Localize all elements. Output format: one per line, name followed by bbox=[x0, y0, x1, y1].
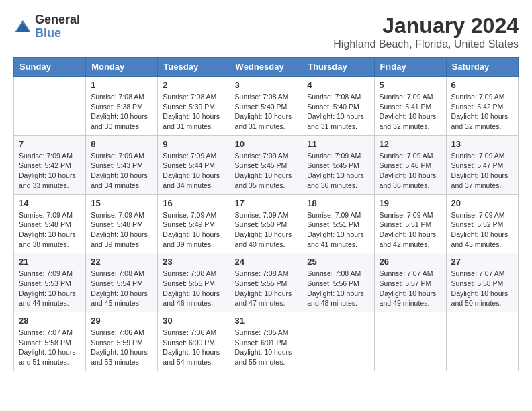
day-number: 10 bbox=[235, 139, 298, 149]
day-info: Sunrise: 7:08 AM Sunset: 5:40 PM Dayligh… bbox=[307, 92, 369, 132]
calendar-cell: 18Sunrise: 7:09 AM Sunset: 5:51 PM Dayli… bbox=[302, 194, 374, 253]
main-title: January 2024 bbox=[333, 13, 519, 38]
day-number: 22 bbox=[91, 257, 152, 267]
day-info: Sunrise: 7:09 AM Sunset: 5:47 PM Dayligh… bbox=[451, 151, 513, 191]
calendar-cell: 9Sunrise: 7:09 AM Sunset: 5:44 PM Daylig… bbox=[158, 135, 230, 194]
day-info: Sunrise: 7:05 AM Sunset: 6:01 PM Dayligh… bbox=[235, 328, 298, 367]
day-info: Sunrise: 7:09 AM Sunset: 5:42 PM Dayligh… bbox=[451, 92, 513, 132]
day-info: Sunrise: 7:08 AM Sunset: 5:55 PM Dayligh… bbox=[163, 269, 224, 308]
calendar-cell bbox=[374, 312, 446, 371]
calendar-cell: 28Sunrise: 7:07 AM Sunset: 5:58 PM Dayli… bbox=[14, 312, 86, 371]
calendar-cell: 14Sunrise: 7:09 AM Sunset: 5:48 PM Dayli… bbox=[14, 194, 86, 253]
day-info: Sunrise: 7:09 AM Sunset: 5:49 PM Dayligh… bbox=[163, 210, 224, 250]
calendar-cell: 30Sunrise: 7:06 AM Sunset: 6:00 PM Dayli… bbox=[158, 312, 230, 371]
calendar-cell: 31Sunrise: 7:05 AM Sunset: 6:01 PM Dayli… bbox=[230, 312, 302, 371]
day-info: Sunrise: 7:08 AM Sunset: 5:54 PM Dayligh… bbox=[91, 269, 152, 308]
day-number: 8 bbox=[91, 139, 152, 149]
day-number: 19 bbox=[380, 198, 441, 208]
day-number: 30 bbox=[163, 316, 224, 326]
week-row-4: 28Sunrise: 7:07 AM Sunset: 5:58 PM Dayli… bbox=[14, 312, 519, 371]
calendar-cell: 23Sunrise: 7:08 AM Sunset: 5:55 PM Dayli… bbox=[158, 253, 230, 312]
calendar-table: SundayMondayTuesdayWednesdayThursdayFrid… bbox=[13, 57, 519, 371]
day-number: 17 bbox=[235, 198, 298, 208]
calendar-cell: 29Sunrise: 7:06 AM Sunset: 5:59 PM Dayli… bbox=[86, 312, 158, 371]
week-row-0: 1Sunrise: 7:08 AM Sunset: 5:38 PM Daylig… bbox=[14, 77, 519, 136]
day-number: 20 bbox=[451, 198, 513, 208]
week-row-1: 7Sunrise: 7:09 AM Sunset: 5:42 PM Daylig… bbox=[14, 135, 519, 194]
calendar-cell: 22Sunrise: 7:08 AM Sunset: 5:54 PM Dayli… bbox=[86, 253, 158, 312]
day-number: 25 bbox=[307, 257, 369, 267]
calendar-cell: 17Sunrise: 7:09 AM Sunset: 5:50 PM Dayli… bbox=[230, 194, 302, 253]
day-number: 1 bbox=[91, 80, 152, 90]
calendar-cell: 3Sunrise: 7:08 AM Sunset: 5:40 PM Daylig… bbox=[230, 77, 302, 136]
day-number: 5 bbox=[380, 80, 441, 90]
calendar-cell: 5Sunrise: 7:09 AM Sunset: 5:41 PM Daylig… bbox=[374, 77, 446, 136]
day-info: Sunrise: 7:07 AM Sunset: 5:58 PM Dayligh… bbox=[19, 328, 81, 367]
logo-general: General bbox=[35, 13, 80, 27]
page-header: General Blue January 2024 Highland Beach… bbox=[13, 13, 519, 50]
day-number: 27 bbox=[451, 257, 513, 267]
day-info: Sunrise: 7:06 AM Sunset: 6:00 PM Dayligh… bbox=[163, 328, 224, 367]
day-number: 7 bbox=[19, 139, 81, 149]
title-area: January 2024 Highland Beach, Florida, Un… bbox=[333, 13, 519, 50]
logo-icon bbox=[13, 17, 32, 36]
day-info: Sunrise: 7:09 AM Sunset: 5:46 PM Dayligh… bbox=[380, 151, 441, 191]
calendar-cell: 4Sunrise: 7:08 AM Sunset: 5:40 PM Daylig… bbox=[302, 77, 374, 136]
day-info: Sunrise: 7:09 AM Sunset: 5:51 PM Dayligh… bbox=[307, 210, 369, 250]
day-number: 28 bbox=[19, 316, 81, 326]
calendar-cell: 7Sunrise: 7:09 AM Sunset: 5:42 PM Daylig… bbox=[14, 135, 86, 194]
day-number: 2 bbox=[163, 80, 224, 90]
logo-blue: Blue bbox=[35, 27, 80, 40]
day-info: Sunrise: 7:07 AM Sunset: 5:57 PM Dayligh… bbox=[380, 269, 441, 308]
day-info: Sunrise: 7:09 AM Sunset: 5:48 PM Dayligh… bbox=[19, 210, 81, 250]
header-monday: Monday bbox=[86, 58, 158, 77]
day-info: Sunrise: 7:08 AM Sunset: 5:39 PM Dayligh… bbox=[163, 92, 224, 132]
day-number: 3 bbox=[235, 80, 298, 90]
day-info: Sunrise: 7:09 AM Sunset: 5:51 PM Dayligh… bbox=[380, 210, 441, 250]
calendar-cell: 13Sunrise: 7:09 AM Sunset: 5:47 PM Dayli… bbox=[446, 135, 518, 194]
calendar-cell: 1Sunrise: 7:08 AM Sunset: 5:38 PM Daylig… bbox=[86, 77, 158, 136]
calendar-cell bbox=[14, 77, 86, 136]
day-number: 6 bbox=[451, 80, 513, 90]
week-row-3: 21Sunrise: 7:09 AM Sunset: 5:53 PM Dayli… bbox=[14, 253, 519, 312]
day-number: 26 bbox=[380, 257, 441, 267]
calendar-cell: 24Sunrise: 7:08 AM Sunset: 5:55 PM Dayli… bbox=[230, 253, 302, 312]
header-saturday: Saturday bbox=[446, 58, 518, 77]
day-info: Sunrise: 7:06 AM Sunset: 5:59 PM Dayligh… bbox=[91, 328, 152, 367]
day-info: Sunrise: 7:09 AM Sunset: 5:43 PM Dayligh… bbox=[91, 151, 152, 191]
logo: General Blue bbox=[13, 13, 80, 40]
calendar-cell: 21Sunrise: 7:09 AM Sunset: 5:53 PM Dayli… bbox=[14, 253, 86, 312]
calendar-cell: 27Sunrise: 7:07 AM Sunset: 5:58 PM Dayli… bbox=[446, 253, 518, 312]
header-thursday: Thursday bbox=[302, 58, 374, 77]
day-info: Sunrise: 7:09 AM Sunset: 5:45 PM Dayligh… bbox=[235, 151, 298, 191]
day-info: Sunrise: 7:09 AM Sunset: 5:41 PM Dayligh… bbox=[380, 92, 441, 132]
day-info: Sunrise: 7:08 AM Sunset: 5:40 PM Dayligh… bbox=[235, 92, 298, 132]
calendar-cell bbox=[446, 312, 518, 371]
subtitle: Highland Beach, Florida, United States bbox=[333, 38, 519, 50]
calendar-cell: 12Sunrise: 7:09 AM Sunset: 5:46 PM Dayli… bbox=[374, 135, 446, 194]
day-number: 23 bbox=[163, 257, 224, 267]
day-info: Sunrise: 7:09 AM Sunset: 5:48 PM Dayligh… bbox=[91, 210, 152, 250]
day-info: Sunrise: 7:08 AM Sunset: 5:56 PM Dayligh… bbox=[307, 269, 369, 308]
week-row-2: 14Sunrise: 7:09 AM Sunset: 5:48 PM Dayli… bbox=[14, 194, 519, 253]
header-friday: Friday bbox=[374, 58, 446, 77]
day-info: Sunrise: 7:09 AM Sunset: 5:42 PM Dayligh… bbox=[19, 151, 81, 191]
day-info: Sunrise: 7:08 AM Sunset: 5:55 PM Dayligh… bbox=[235, 269, 298, 308]
day-info: Sunrise: 7:09 AM Sunset: 5:50 PM Dayligh… bbox=[235, 210, 298, 250]
calendar-cell: 25Sunrise: 7:08 AM Sunset: 5:56 PM Dayli… bbox=[302, 253, 374, 312]
day-info: Sunrise: 7:07 AM Sunset: 5:58 PM Dayligh… bbox=[451, 269, 513, 308]
calendar-cell: 10Sunrise: 7:09 AM Sunset: 5:45 PM Dayli… bbox=[230, 135, 302, 194]
day-info: Sunrise: 7:08 AM Sunset: 5:38 PM Dayligh… bbox=[91, 92, 152, 132]
day-info: Sunrise: 7:09 AM Sunset: 5:45 PM Dayligh… bbox=[307, 151, 369, 191]
calendar-cell: 16Sunrise: 7:09 AM Sunset: 5:49 PM Dayli… bbox=[158, 194, 230, 253]
calendar-cell: 26Sunrise: 7:07 AM Sunset: 5:57 PM Dayli… bbox=[374, 253, 446, 312]
calendar-cell: 8Sunrise: 7:09 AM Sunset: 5:43 PM Daylig… bbox=[86, 135, 158, 194]
calendar-cell: 6Sunrise: 7:09 AM Sunset: 5:42 PM Daylig… bbox=[446, 77, 518, 136]
day-number: 18 bbox=[307, 198, 369, 208]
day-number: 21 bbox=[19, 257, 81, 267]
day-number: 15 bbox=[91, 198, 152, 208]
day-info: Sunrise: 7:09 AM Sunset: 5:53 PM Dayligh… bbox=[19, 269, 81, 308]
day-number: 24 bbox=[235, 257, 298, 267]
day-number: 13 bbox=[451, 139, 513, 149]
day-info: Sunrise: 7:09 AM Sunset: 5:44 PM Dayligh… bbox=[163, 151, 224, 191]
